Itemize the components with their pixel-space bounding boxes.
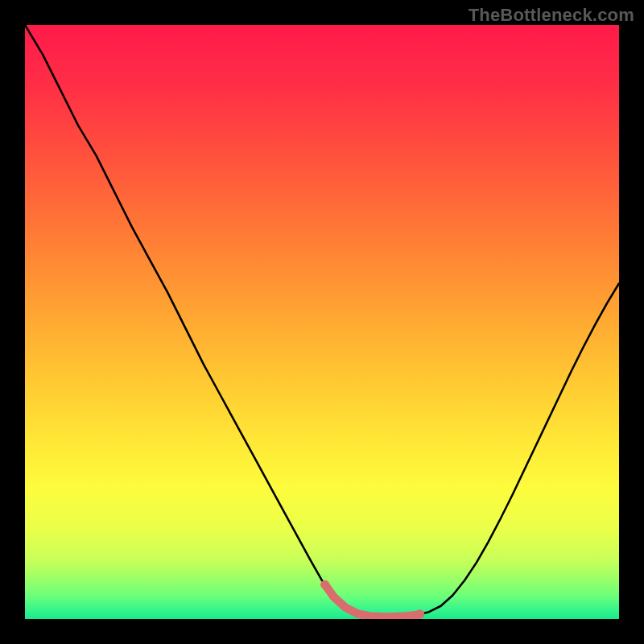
plot-area	[25, 25, 619, 619]
svg-point-1	[320, 580, 329, 589]
watermark-text: TheBottleneck.com	[469, 5, 634, 26]
svg-point-2	[415, 609, 424, 618]
bottleneck-curve	[25, 25, 619, 619]
chart-frame: TheBottleneck.com	[0, 0, 644, 644]
